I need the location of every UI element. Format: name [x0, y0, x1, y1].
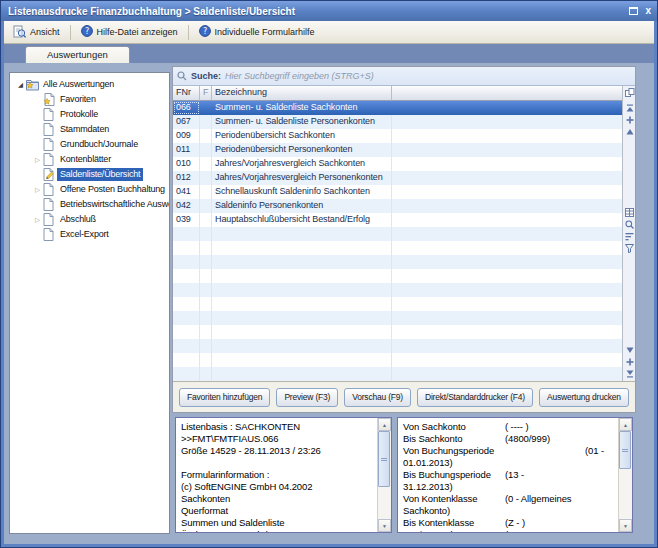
cell-fnr [173, 339, 200, 353]
doc-pencil-icon [43, 168, 57, 181]
column-header-f[interactable]: F [200, 86, 212, 101]
cell-extra [392, 199, 622, 213]
cell-extra [392, 129, 622, 143]
empty-row[interactable] [173, 241, 622, 255]
cell-f [200, 115, 212, 129]
cell-fnr: 041 [173, 185, 200, 199]
doc-icon [43, 198, 57, 211]
table-row[interactable]: 067Summen- u. Saldenliste Personenkonten [173, 115, 622, 129]
expand-arrow-icon[interactable]: ▷ [32, 216, 43, 224]
scroll-thumb[interactable] [619, 431, 631, 469]
info-left-scrollbar[interactable]: ▲ ▼ [377, 418, 391, 532]
cell-fnr: 009 [173, 129, 200, 143]
title-bar: Listenausdrucke Finanzbuchhaltung > Sald… [1, 1, 657, 21]
empty-row[interactable] [173, 311, 622, 325]
preview-f3-button[interactable]: Preview (F3) [276, 388, 338, 407]
info-right-scrollbar[interactable]: ▲ ▼ [618, 418, 632, 532]
tree-item-label: Offene Posten Buchhaltung [57, 183, 168, 196]
workspace: ◢Alle AuswertungenFavoritenProtokolleSta… [4, 63, 654, 544]
table-row[interactable]: 009Periodenübersicht Sachkonten [173, 129, 622, 143]
scroll-top-icon[interactable] [624, 103, 635, 112]
scroll-up-button[interactable]: ▲ [378, 418, 391, 431]
tree-item-abschluß[interactable]: ▷Abschluß [10, 212, 169, 227]
cell-fnr [173, 297, 200, 311]
sort-icon[interactable] [624, 232, 635, 241]
favoriten-hinzufügen-button[interactable]: Favoriten hinzufügen [179, 388, 270, 407]
table-row[interactable]: 039Hauptabschlußübersicht Bestand/Erfolg [173, 213, 622, 227]
empty-row[interactable] [173, 353, 622, 367]
tree-item-kontenblätter[interactable]: ▷Kontenblätter [10, 152, 169, 167]
doc-icon [43, 138, 57, 151]
empty-row[interactable] [173, 255, 622, 269]
table-row[interactable]: 066Summen- u. Saldenliste Sachkonten [173, 101, 622, 115]
scroll-down-icon[interactable] [624, 345, 635, 354]
tree-item-grundbuch-journale[interactable]: Grundbuch/Journale [10, 137, 169, 152]
tree-item-excel-export[interactable]: Excel-Export [10, 227, 169, 242]
cell-f [200, 157, 212, 171]
ansicht-button[interactable]: Ansicht [8, 23, 65, 42]
folder-star-icon [26, 79, 40, 91]
zoom-icon[interactable] [624, 220, 635, 229]
restore-icon[interactable] [629, 7, 638, 15]
cell-extra [392, 353, 622, 367]
scroll-bottom-icon[interactable] [624, 369, 635, 378]
empty-row[interactable] [173, 325, 622, 339]
info-line: Von Buchungsperiode(01 - [403, 445, 616, 457]
info-line: Querformat [181, 505, 375, 517]
auswertung-drucken-button[interactable]: Auswertung drucken [539, 388, 629, 407]
cell-extra [392, 283, 622, 297]
table-row[interactable]: 042Saldeninfo Personenkonten [173, 199, 622, 213]
doc-icon [43, 213, 57, 226]
card-view-icon[interactable] [624, 208, 635, 217]
individuelle-formularhilfe-button[interactable]: ? Individuelle Formularhilfe [194, 23, 320, 41]
close-icon[interactable]: x [645, 6, 651, 16]
search-input[interactable] [225, 70, 631, 83]
empty-row[interactable] [173, 269, 622, 283]
cell-bezeichnung [212, 283, 392, 297]
empty-row[interactable] [173, 367, 622, 381]
tree-item-stammdaten[interactable]: Stammdaten [10, 122, 169, 137]
table-row[interactable]: 041Schnellauskunft Saldeninfo Sachkonten [173, 185, 622, 199]
tree-item-saldenliste-übersicht[interactable]: Saldenliste/Übersicht [10, 167, 169, 182]
tree-item-betriebswirtschaftliche-auswertungen[interactable]: Betriebswirtschaftliche Auswertungen [10, 197, 169, 212]
column-header-bezeichnung[interactable]: Bezeichnung [212, 86, 392, 101]
scroll-up-icon[interactable] [624, 127, 635, 136]
filter-icon[interactable] [624, 244, 635, 253]
tab-auswertungen[interactable]: Auswertungen [25, 46, 130, 63]
formularhilfe-label: Individuelle Formularhilfe [215, 27, 315, 37]
scroll-thumb[interactable] [378, 431, 390, 487]
cell-bezeichnung [212, 227, 392, 241]
column-header-fnr[interactable]: FNr [173, 86, 200, 101]
table-row[interactable]: 012Jahres/Vorjahresvergleich Personenkon… [173, 171, 622, 185]
collapse-arrow-icon[interactable]: ◢ [15, 81, 26, 89]
tree-item-protokolle[interactable]: Protokolle [10, 107, 169, 122]
column-header-extra[interactable] [392, 86, 622, 101]
table-row[interactable]: 010Jahres/Vorjahresvergleich Sachkonten [173, 157, 622, 171]
scroll-up-button[interactable]: ▲ [619, 418, 632, 431]
expand-arrow-icon[interactable]: ▷ [32, 186, 43, 194]
cell-f [200, 311, 212, 325]
empty-row[interactable] [173, 283, 622, 297]
direkt-standarddrucker-f4-button[interactable]: Direkt/Standarddrucker (F4) [417, 388, 533, 407]
cell-fnr: 042 [173, 199, 200, 213]
cell-bezeichnung: Jahres/Vorjahresvergleich Sachkonten [212, 157, 392, 171]
tree-item-label: Excel-Export [57, 228, 112, 241]
empty-row[interactable] [173, 227, 622, 241]
tree-item-offene-posten-buchhaltung[interactable]: ▷Offene Posten Buchhaltung [10, 182, 169, 197]
cell-extra [392, 185, 622, 199]
column-chooser-icon[interactable] [624, 88, 635, 97]
scroll-down-button[interactable]: ▼ [619, 519, 632, 532]
vorschau-f9-button[interactable]: Vorschau (F9) [344, 388, 411, 407]
empty-row[interactable] [173, 297, 622, 311]
expand-arrow-icon[interactable]: ▷ [32, 156, 43, 164]
table-row[interactable]: 011Periodenübersicht Personenkonten [173, 143, 622, 157]
empty-row[interactable] [173, 339, 622, 353]
cell-extra [392, 115, 622, 129]
add-icon[interactable] [624, 115, 635, 124]
add-icon[interactable] [624, 357, 635, 366]
tree-item-favoriten[interactable]: Favoriten [10, 92, 169, 107]
scroll-down-button[interactable]: ▼ [378, 519, 391, 532]
cell-f [200, 325, 212, 339]
hilfe-datei-anzeigen-button[interactable]: ? Hilfe-Datei anzeigen [76, 23, 183, 41]
tree-item-alle-auswertungen[interactable]: ◢Alle Auswertungen [10, 77, 169, 92]
